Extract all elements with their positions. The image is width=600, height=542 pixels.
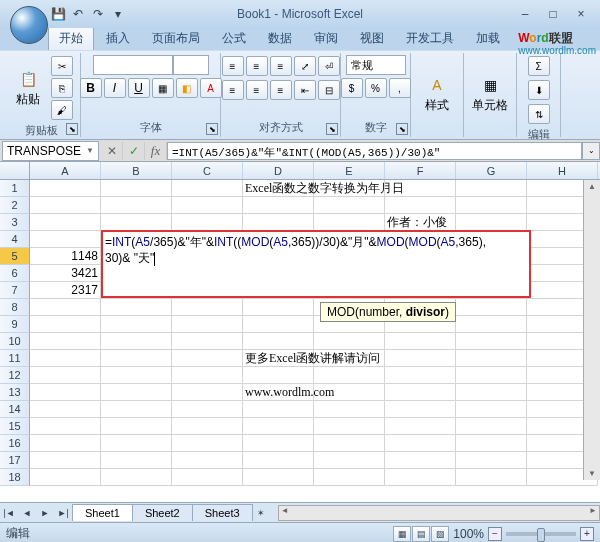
row-header[interactable]: 16: [0, 435, 30, 452]
sheet-tab[interactable]: Sheet3: [192, 504, 253, 521]
cell[interactable]: [243, 401, 314, 418]
page-layout-view-button[interactable]: ▤: [412, 526, 430, 542]
cell[interactable]: [314, 469, 385, 486]
column-header[interactable]: F: [385, 162, 456, 179]
enter-formula-button[interactable]: ✓: [123, 142, 145, 160]
formula-bar[interactable]: =INT(A5/365)&"年"&INT((MOD(A5,365))/30)&": [167, 142, 582, 160]
ribbon-tab-2[interactable]: 页面布局: [142, 27, 210, 50]
cell[interactable]: www.wordlm.com: [243, 384, 314, 401]
cell[interactable]: [172, 469, 243, 486]
cell[interactable]: 2317: [30, 282, 101, 299]
cell[interactable]: [101, 316, 172, 333]
cell[interactable]: [243, 197, 314, 214]
cell[interactable]: [30, 299, 101, 316]
cell[interactable]: [385, 197, 456, 214]
tab-nav-last-button[interactable]: ►|: [54, 504, 72, 522]
cell[interactable]: [456, 452, 527, 469]
row-header[interactable]: 14: [0, 401, 30, 418]
cell[interactable]: [30, 452, 101, 469]
normal-view-button[interactable]: ▦: [393, 526, 411, 542]
cell[interactable]: [30, 384, 101, 401]
number-format-combo[interactable]: 常规: [346, 55, 406, 75]
cell[interactable]: [172, 350, 243, 367]
column-header[interactable]: H: [527, 162, 598, 179]
cell[interactable]: [30, 350, 101, 367]
cell[interactable]: [30, 231, 101, 248]
cell[interactable]: [101, 384, 172, 401]
row-header[interactable]: 18: [0, 469, 30, 486]
dialog-launcher-icon[interactable]: ⬊: [66, 123, 78, 135]
merge-button[interactable]: ⊟: [318, 80, 340, 100]
cell[interactable]: [385, 401, 456, 418]
page-break-view-button[interactable]: ▧: [431, 526, 449, 542]
column-header[interactable]: C: [172, 162, 243, 179]
ribbon-tab-7[interactable]: 开发工具: [396, 27, 464, 50]
tab-nav-first-button[interactable]: |◄: [0, 504, 18, 522]
cell[interactable]: [314, 180, 385, 197]
cell[interactable]: [172, 197, 243, 214]
cell[interactable]: [456, 469, 527, 486]
cell[interactable]: [385, 435, 456, 452]
row-header[interactable]: 1: [0, 180, 30, 197]
orientation-button[interactable]: ⤢: [294, 56, 316, 76]
ribbon-tab-4[interactable]: 数据: [258, 27, 302, 50]
cell[interactable]: [243, 469, 314, 486]
cell[interactable]: [243, 214, 314, 231]
row-header[interactable]: 10: [0, 333, 30, 350]
row-header[interactable]: 8: [0, 299, 30, 316]
wrap-text-button[interactable]: ⏎: [318, 56, 340, 76]
format-painter-button[interactable]: 🖌: [51, 100, 73, 120]
cell[interactable]: [172, 452, 243, 469]
column-header[interactable]: B: [101, 162, 172, 179]
cell[interactable]: [101, 367, 172, 384]
cancel-formula-button[interactable]: ✕: [101, 142, 123, 160]
cell[interactable]: [30, 401, 101, 418]
cell[interactable]: [314, 367, 385, 384]
decrease-indent-button[interactable]: ⇤: [294, 80, 316, 100]
border-button[interactable]: ▦: [152, 78, 174, 98]
column-header[interactable]: G: [456, 162, 527, 179]
cell[interactable]: [456, 333, 527, 350]
qat-dropdown-icon[interactable]: ▾: [110, 6, 126, 22]
cell[interactable]: [456, 435, 527, 452]
cell[interactable]: [456, 214, 527, 231]
underline-button[interactable]: U: [128, 78, 150, 98]
sheet-tab[interactable]: Sheet1: [72, 504, 133, 521]
cell[interactable]: [172, 384, 243, 401]
insert-function-button[interactable]: fx: [145, 142, 167, 160]
cell[interactable]: [30, 333, 101, 350]
cell[interactable]: [385, 350, 456, 367]
zoom-out-button[interactable]: −: [488, 527, 502, 541]
sort-filter-button[interactable]: ⇅: [528, 104, 550, 124]
cell[interactable]: [385, 418, 456, 435]
cell[interactable]: [385, 452, 456, 469]
zoom-in-button[interactable]: +: [580, 527, 594, 541]
close-button[interactable]: ×: [570, 6, 592, 22]
sheet-tab[interactable]: Sheet2: [132, 504, 193, 521]
cell[interactable]: [172, 401, 243, 418]
cell[interactable]: [456, 367, 527, 384]
cell[interactable]: [456, 350, 527, 367]
cell-edit-overlay[interactable]: =INT(A5/365)&"年"&INT((MOD(A5,365))/30)&"…: [101, 230, 531, 298]
cell[interactable]: [314, 401, 385, 418]
cell[interactable]: [314, 197, 385, 214]
cell[interactable]: [172, 214, 243, 231]
cell[interactable]: [456, 418, 527, 435]
cell[interactable]: [243, 452, 314, 469]
cell[interactable]: [385, 384, 456, 401]
expand-formula-bar-button[interactable]: ⌄: [582, 142, 600, 160]
row-header[interactable]: 4: [0, 231, 30, 248]
cell[interactable]: [101, 435, 172, 452]
row-header[interactable]: 6: [0, 265, 30, 282]
office-button[interactable]: [10, 6, 48, 44]
cell[interactable]: [30, 197, 101, 214]
cell[interactable]: [172, 418, 243, 435]
cell[interactable]: [172, 435, 243, 452]
paste-button[interactable]: 📋 粘贴: [8, 60, 48, 116]
column-header[interactable]: E: [314, 162, 385, 179]
align-center-button[interactable]: ≡: [246, 80, 268, 100]
ribbon-tab-8[interactable]: 加载: [466, 27, 510, 50]
cell[interactable]: [101, 350, 172, 367]
cell[interactable]: 作者：小俊: [385, 214, 456, 231]
tab-nav-prev-button[interactable]: ◄: [18, 504, 36, 522]
